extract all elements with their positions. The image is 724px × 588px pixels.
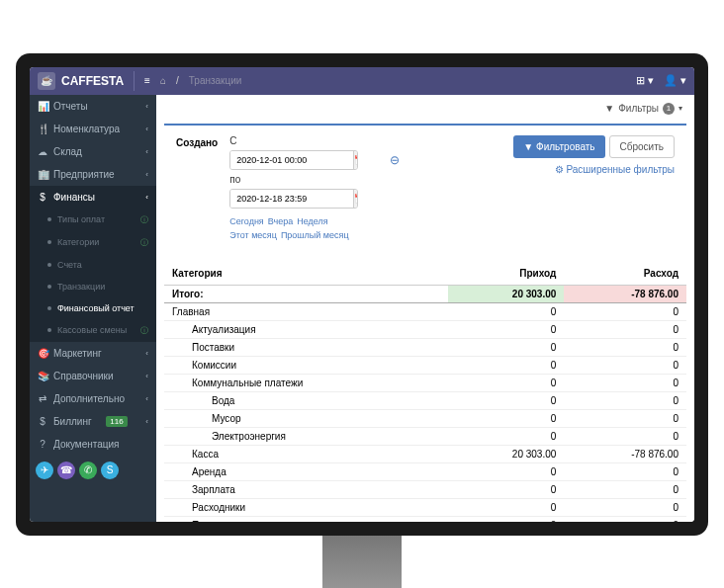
sidebar: 📊Отчеты‹🍴Номенклатура‹☁Склад‹🏢Предприяти… [30,95,156,522]
chevron-icon: ‹ [145,417,148,426]
sidebar-icon: ⇄ [38,393,47,404]
sidebar-icon: 📚 [38,371,47,381]
home-icon[interactable]: ⌂ [160,75,166,86]
sidebar-icon: 🍴 [38,124,47,134]
date-to-input[interactable]: 📅 [229,189,358,209]
table-row: Актуализация00 [164,320,686,338]
sidebar-icon: 🏢 [38,169,47,180]
info-icon[interactable]: ⓘ [140,237,148,248]
chevron-icon: ‹ [145,102,148,111]
viber-icon[interactable]: ☎ [57,462,75,479]
telegram-icon[interactable]: ✈ [36,462,53,479]
table-row: Электроэнергия00 [164,427,686,445]
table-row: Аренда00 [164,462,686,480]
filter-icon: ▼ [604,103,614,114]
report-table: Категория Приход Расход Итого: 20 303.00… [164,262,686,522]
calendar-icon[interactable]: 📅 [353,151,358,169]
sidebar-item[interactable]: ☁Склад‹ [30,140,156,163]
filter-icon: ▼ [523,141,533,152]
breadcrumb-current: Транзакции [189,75,242,86]
total-row: Итого: 20 303.00 -78 876.00 [164,285,686,302]
table-row: Прочее00 [164,516,686,522]
sidebar-icon: ? [38,439,47,450]
quick-date-link[interactable]: Неделя [297,216,327,226]
chevron-icon: ‹ [145,125,148,133]
date-from-input[interactable]: 📅 [229,150,358,170]
calendar-icon[interactable]: 📅 [353,190,358,208]
sidebar-sub-item[interactable]: Типы оплатⓘ [30,209,156,231]
whatsapp-icon[interactable]: ✆ [79,462,97,479]
table-row: Расходники00 [164,498,686,516]
table-row: Комиссии00 [164,356,686,374]
logo[interactable]: ☕ CAFFESTA [38,72,124,90]
sidebar-sub-item[interactable]: Транзакции [30,276,156,297]
sidebar-icon: $ [38,416,47,427]
sidebar-icon: 🎯 [38,348,47,359]
sidebar-item[interactable]: ?Документация [30,433,156,456]
table-row: Главная00 [164,302,686,320]
col-expense: Расход [564,262,686,286]
chevron-icon: ‹ [145,394,148,403]
advanced-filters-link[interactable]: ⚙ Расширенные фильтры [555,164,675,175]
info-icon[interactable]: ⓘ [140,214,148,225]
apply-filter-button[interactable]: ▼ Фильтровать [513,135,604,158]
app-name: CAFFESTA [61,74,124,88]
breadcrumb: ⌂ / Транзакции [160,75,636,86]
sidebar-item[interactable]: 🎯Маркетинг‹ [30,342,156,365]
filter-section: Создано С 📅 по 📅 [164,124,686,250]
sidebar-sub-item[interactable]: Категорииⓘ [30,231,156,254]
filter-created-label: Создано [176,135,218,240]
hamburger-icon[interactable]: ≡ [144,75,150,86]
chevron-icon: ‹ [145,170,148,179]
table-row: Коммунальные платежи00 [164,374,686,391]
table-row: Мусор00 [164,409,686,427]
chevron-icon: ‹ [145,193,148,202]
reset-filter-button[interactable]: Сбросить [609,135,675,158]
table-row: Вода00 [164,391,686,409]
sidebar-icon: ☁ [38,146,47,157]
skype-icon[interactable]: S [101,462,119,479]
sidebar-icon: $ [38,192,47,203]
quick-date-link[interactable]: Прошлый месяц [281,230,349,240]
table-row: Зарплата00 [164,480,686,498]
sidebar-item[interactable]: $Биллинг116‹ [30,410,156,433]
user-menu[interactable]: 👤 ▾ [664,74,686,87]
col-category: Категория [164,262,448,286]
logo-icon: ☕ [38,72,55,90]
add-button[interactable]: ⊞ ▾ [636,74,654,87]
quick-date-link[interactable]: Вчера [268,216,293,226]
remove-filter-button[interactable]: ⊖ [390,135,400,240]
sidebar-icon: 📊 [38,101,47,112]
sidebar-item[interactable]: 🏢Предприятие‹ [30,163,156,186]
table-row: Касса20 303.00-78 876.00 [164,445,686,462]
gear-icon: ⚙ [555,164,564,175]
info-icon[interactable]: ⓘ [140,325,148,336]
content: ▼ Фильтры 1 ▾ Создано С 📅 [156,95,694,522]
sidebar-sub-item[interactable]: Кассовые сменыⓘ [30,319,156,342]
chevron-icon: ‹ [145,372,148,380]
chevron-icon: ‹ [145,147,148,156]
sidebar-item[interactable]: 🍴Номенклатура‹ [30,118,156,140]
sidebar-item[interactable]: ⇄Дополнительно‹ [30,387,156,410]
quick-date-link[interactable]: Сегодня [229,216,264,226]
chevron-down-icon: ▾ [679,104,682,113]
sidebar-item[interactable]: 📚Справочники‹ [30,365,156,387]
sidebar-item[interactable]: 📊Отчеты‹ [30,95,156,118]
quick-date-link[interactable]: Этот месяц [229,230,277,240]
sidebar-sub-item[interactable]: Счета [30,254,156,276]
sidebar-sub-item[interactable]: Финансовый отчет [30,297,156,319]
col-income: Приход [448,262,564,286]
sidebar-item[interactable]: $Финансы‹ [30,186,156,209]
table-row: Поставки00 [164,338,686,356]
chevron-icon: ‹ [145,349,148,358]
badge: 116 [106,416,127,427]
topbar: ☕ CAFFESTA ≡ ⌂ / Транзакции ⊞ ▾ 👤 ▾ [30,67,694,95]
filters-toggle[interactable]: ▼ Фильтры 1 ▾ [604,103,682,115]
